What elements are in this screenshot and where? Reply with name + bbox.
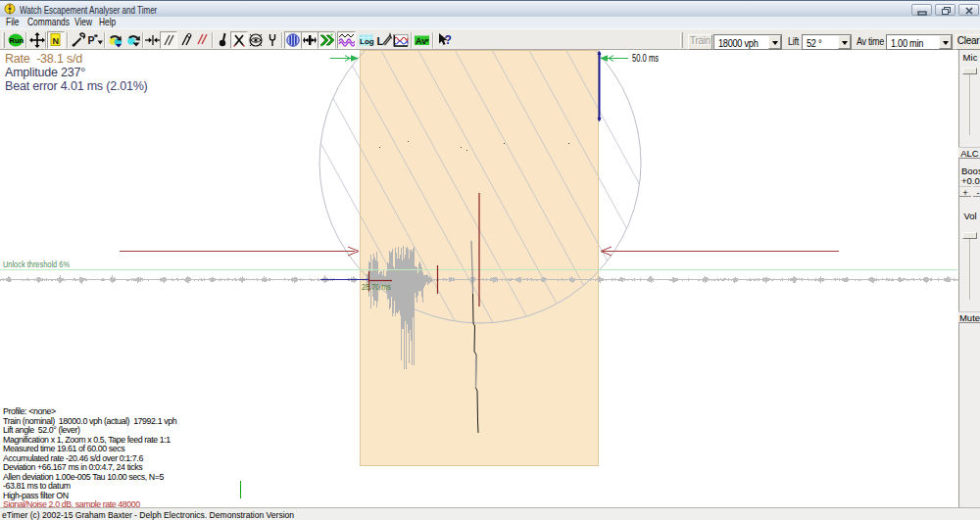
svg-text:P: P [88,34,95,46]
svg-text:Log: Log [360,37,374,46]
svg-text:Run: Run [10,36,24,45]
svg-text:?: ? [445,33,452,47]
svg-text:Unlock threshold 6%: Unlock threshold 6% [3,259,70,269]
svg-text:L: L [377,35,384,47]
svg-text:28.70 ms: 28.70 ms [362,282,391,292]
svg-text:Av: Av [416,36,426,46]
svg-text:50.0 ms: 50.0 ms [632,53,659,64]
svg-text:N: N [53,36,60,46]
